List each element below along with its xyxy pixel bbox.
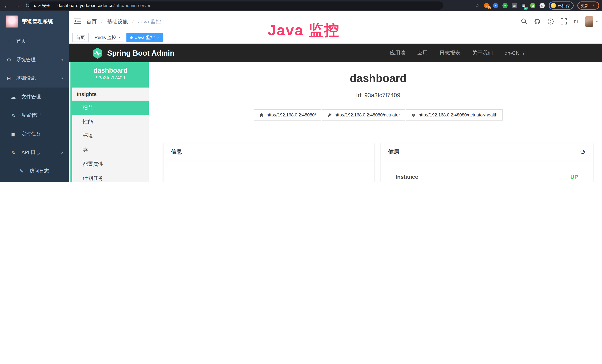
active-dot-icon: [130, 36, 133, 39]
chevron-up-icon: ∧: [61, 76, 64, 80]
card-info: 信息 git commit: time: 1596289704000 id: 2…: [163, 143, 375, 182]
history-icon[interactable]: ↺: [580, 148, 585, 156]
sidebar-item-home[interactable]: ⌂ 首页: [0, 32, 69, 50]
extension-refresh-icon[interactable]: ↻1: [484, 3, 489, 8]
tab-home[interactable]: 首页: [72, 33, 89, 42]
card-info-title: 信息: [163, 143, 374, 161]
sidebar-item-scheduled-jobs[interactable]: ▣ 定时任务: [0, 125, 69, 143]
home-icon: ⌂: [6, 38, 12, 44]
menu-item-classes[interactable]: 类: [72, 143, 149, 157]
log-icon: ✎: [19, 168, 24, 174]
app-logo[interactable]: 芋道管理系统: [0, 11, 69, 32]
sidebar-item-system-mgmt[interactable]: ⚙ 系统管理 ∨: [0, 50, 69, 69]
fullscreen-icon[interactable]: [561, 18, 567, 24]
service-url-button[interactable]: http://192.168.0.2:48080/: [254, 109, 321, 120]
app-title: 芋道管理系统: [22, 18, 53, 25]
github-icon[interactable]: [534, 18, 541, 25]
edit-icon: ✎: [10, 113, 16, 118]
breadcrumb-home[interactable]: 首页: [86, 19, 97, 24]
page-id: Id: 93a3fc7f7409: [163, 92, 593, 99]
instance-links: http://192.168.0.2:48080/ http://192.168…: [163, 109, 593, 120]
logo-avatar: [6, 15, 18, 28]
instance-sidebar: dashboard 93a3fc7f7409 Insights 细节 性能 环境…: [70, 62, 149, 182]
card-health: 健康 ↺ Instance UP: [380, 143, 593, 182]
breadcrumb-infrastructure[interactable]: 基础设施: [107, 19, 128, 24]
browser-back-icon[interactable]: ←: [4, 2, 9, 9]
instance-content: dashboard Id: 93a3fc7f7409 http://192.16…: [149, 62, 602, 182]
app-window: 芋道管理系统 ⌂ 首页 ⚙ 系统管理 ∨ ⊞ 基础设施 ∧ ☁ 文件管理: [0, 11, 602, 182]
hamburger-icon[interactable]: [74, 18, 81, 24]
breadcrumb-current: Java 监控: [138, 19, 161, 24]
card-health-title: 健康: [388, 148, 399, 155]
tab-redis-monitor[interactable]: Redis 监控 ×: [91, 33, 124, 42]
sba-nav-applications[interactable]: 应用: [417, 50, 428, 56]
menu-section-insights: Insights: [72, 87, 149, 101]
chevron-down-icon: ▾: [522, 52, 524, 56]
status-badge: UP: [570, 173, 578, 180]
security-label: 不安全: [38, 3, 50, 8]
chevron-down-icon: ∨: [61, 58, 64, 62]
sba-locale-select[interactable]: zh-CN ▾: [505, 50, 524, 56]
sidebar-item-api-logs[interactable]: ✎ API 日志 ∧: [0, 143, 69, 162]
close-icon[interactable]: ×: [118, 35, 121, 40]
breadcrumb: 首页 / 基础设施 / Java 监控: [86, 19, 161, 25]
task-icon: ▣: [10, 131, 16, 137]
profile-label: 已暂停: [558, 3, 570, 8]
menu-item-scheduled-tasks[interactable]: 计划任务: [72, 171, 149, 182]
browser-chrome: ← → ↻ ⌂ ▲ 不安全 dashboard.yudao.iocoder.cn…: [0, 0, 602, 11]
search-icon[interactable]: [521, 18, 527, 24]
browser-menu-icon[interactable]: ⋮: [591, 3, 596, 8]
extension-switch-icon[interactable]: ☰on: [521, 3, 526, 8]
svg-text:?: ?: [550, 20, 552, 23]
sba-nav-journal[interactable]: 日志报表: [440, 50, 460, 56]
menu-item-config-props[interactable]: 配置属性: [72, 157, 149, 171]
profile-avatar-icon: [551, 3, 556, 8]
font-size-icon[interactable]: TT: [574, 19, 579, 24]
instance-id: 93a3fc7f7409: [72, 75, 149, 81]
chevron-up-icon: ∧: [61, 150, 64, 154]
extension-pin-icon[interactable]: ▼: [493, 3, 498, 8]
cloud-icon: ☁: [10, 94, 16, 100]
page-title: dashboard: [163, 72, 593, 85]
sidebar-item-config-mgmt[interactable]: ✎ 配置管理: [0, 106, 69, 125]
screen: ← → ↻ ⌂ ▲ 不安全 dashboard.yudao.iocoder.cn…: [0, 0, 602, 182]
caret-down-icon[interactable]: ▾: [596, 20, 598, 23]
sidebar-item-error-logs[interactable]: ✎ 错误日志: [0, 180, 69, 182]
browser-forward-icon[interactable]: →: [14, 2, 20, 9]
health-row-label: Instance: [396, 173, 418, 180]
actuator-url-button[interactable]: http://192.168.0.2:48080/actuator: [322, 109, 405, 120]
sba-nav-about[interactable]: 关于我们: [472, 50, 493, 56]
wrench-icon: [327, 113, 332, 117]
instance-header[interactable]: dashboard 93a3fc7f7409: [72, 62, 149, 87]
heartbeat-icon: [411, 113, 416, 117]
bookmark-star-icon[interactable]: ☆: [475, 3, 479, 8]
sidebar-item-access-logs[interactable]: ✎ 访问日志: [0, 162, 69, 180]
sba-logo-icon: [92, 47, 103, 59]
menu-item-metrics[interactable]: 性能: [72, 115, 149, 129]
sidebar-item-infrastructure[interactable]: ⊞ 基础设施 ∧: [0, 69, 69, 87]
user-avatar[interactable]: [585, 16, 593, 27]
help-icon[interactable]: ?: [547, 18, 554, 25]
extension-grid-icon[interactable]: ▦: [512, 3, 517, 8]
main-sidebar: 芋道管理系统 ⌂ 首页 ⚙ 系统管理 ∨ ⊞ 基础设施 ∧ ☁ 文件管理: [0, 11, 69, 182]
monitor-icon: ⊞: [6, 75, 12, 81]
health-url-button[interactable]: http://192.168.0.2:48080/actuator/health: [406, 109, 503, 120]
extension-leaf-icon[interactable]: ✿: [530, 3, 536, 8]
sidebar-item-file-mgmt[interactable]: ☁ 文件管理: [0, 87, 69, 106]
home-icon: [259, 113, 264, 117]
tab-java-monitor[interactable]: Java 监控 ×: [127, 33, 163, 42]
address-bar[interactable]: ▲ 不安全 dashboard.yudao.iocoder.cn /infra/…: [29, 1, 443, 10]
extensions-puzzle-icon[interactable]: ⚙: [539, 3, 545, 8]
extension-y-icon[interactable]: y: [502, 3, 508, 8]
profile-chip[interactable]: 已暂停: [549, 1, 574, 10]
close-icon[interactable]: ×: [157, 35, 159, 40]
menu-item-environment[interactable]: 环境: [72, 129, 149, 143]
gear-icon: ⚙: [6, 57, 12, 63]
browser-update-button[interactable]: 更新 ⋮: [577, 1, 599, 10]
sba-nav-wallboard[interactable]: 应用墙: [390, 50, 406, 56]
sba-brand[interactable]: Spring Boot Admin: [92, 47, 174, 59]
sba-navbar: Spring Boot Admin 应用墙 应用 日志报表 关于我们 zh-CN…: [69, 44, 602, 62]
url-path: /infra/admin-server: [113, 3, 150, 8]
menu-item-details[interactable]: 细节: [72, 101, 149, 115]
sba-body: dashboard 93a3fc7f7409 Insights 细节 性能 环境…: [69, 62, 602, 182]
